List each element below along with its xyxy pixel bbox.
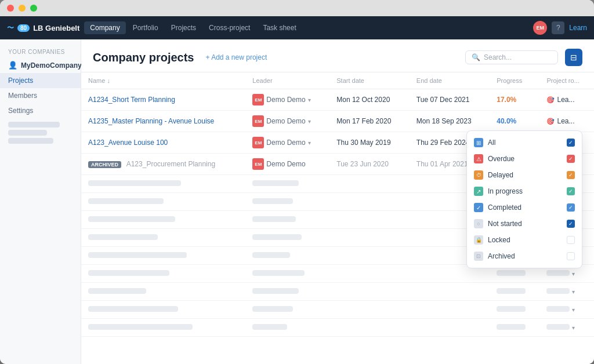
filter-icon-delayed: ⏱: [474, 170, 483, 180]
help-button[interactable]: ?: [552, 21, 564, 34]
placeholder: [252, 216, 296, 222]
filter-item-all[interactable]: ⊞ All ✓: [467, 134, 582, 151]
table-row: A1235_Master Planning - Avenue Louise EM…: [81, 111, 594, 132]
table-row: A1234_Short Term Planning EM Demo Demo ▾…: [81, 89, 594, 111]
company-icon: 👤: [8, 61, 17, 70]
leader-avatar: EM: [252, 115, 264, 127]
filter-icon-inprogress: ↗: [474, 187, 483, 196]
role-icon: 🎯: [546, 118, 555, 125]
project-name-link[interactable]: A123_Procurement Planning: [126, 160, 215, 168]
col-name: Name ↓: [81, 72, 245, 89]
chevron-down-icon[interactable]: ▾: [308, 118, 311, 125]
project-name-cell[interactable]: ARCHIVED A123_Procurement Planning: [81, 154, 245, 175]
filter-checkbox-all[interactable]: ✓: [567, 139, 575, 147]
maximize-button[interactable]: [30, 5, 37, 12]
sidebar-placeholder-3: [8, 138, 53, 144]
chevron-down-icon[interactable]: ▾: [572, 325, 575, 331]
nav-tab-task-sheet[interactable]: Task sheet: [257, 21, 302, 34]
nav-tab-company[interactable]: Company: [84, 21, 125, 34]
project-name-link[interactable]: A1234_Short Term Planning: [88, 96, 175, 104]
chevron-down-icon[interactable]: ▾: [572, 289, 575, 295]
chevron-down-icon[interactable]: ▾: [308, 97, 311, 103]
placeholder: [252, 306, 293, 312]
start-date-cell: Tue 23 Jun 2020: [329, 154, 410, 175]
leader-name: Demo Demo: [266, 160, 305, 168]
filter-checkbox-delayed[interactable]: ✓: [567, 171, 575, 179]
filter-label-notstarted: Not started: [488, 220, 562, 228]
filter-label-all: All: [488, 139, 562, 147]
filter-icon-all: ⊞: [474, 138, 483, 147]
filter-item-inprogress[interactable]: ↗ In progress ✓: [467, 183, 582, 199]
role-label: Lea...: [557, 117, 574, 125]
placeholder: [546, 324, 570, 330]
filter-item-delayed[interactable]: ⏱ Delayed ✓: [467, 167, 582, 183]
nav-tab-cross-project[interactable]: Cross-project: [203, 21, 256, 34]
navbar: 〜 80 LB Geniebelt Company Portfolio Proj…: [0, 16, 594, 39]
brand-icon: 〜: [7, 23, 14, 33]
filter-label-completed: Completed: [488, 203, 562, 212]
company-name: MyDemoCompany: [21, 61, 82, 70]
table-row-placeholder: ▾: [81, 319, 594, 337]
project-name-cell[interactable]: A1235_Master Planning - Avenue Louise: [81, 111, 245, 132]
filter-item-overdue[interactable]: ⚠ Overdue ✓: [467, 151, 582, 167]
main-area: Your companies 👤 MyDemoCompany Projects …: [0, 39, 594, 364]
filter-checkbox-inprogress[interactable]: ✓: [567, 187, 575, 195]
placeholder: [88, 180, 181, 186]
page-title: Company projects: [93, 51, 194, 64]
col-role: Project ro...: [539, 72, 594, 89]
role-cell: 🎯 Lea...: [539, 111, 594, 132]
end-date-cell: Mon 18 Sep 2023: [410, 111, 490, 132]
role-icon: 🎯: [546, 96, 555, 104]
placeholder: [88, 234, 158, 240]
placeholder: [546, 270, 570, 276]
filter-item-notstarted[interactable]: ○ Not started ✓: [467, 216, 582, 232]
learn-link[interactable]: Learn: [569, 24, 587, 32]
sidebar-item-members[interactable]: Members: [0, 88, 81, 103]
add-project-button[interactable]: + Add a new project: [201, 51, 271, 64]
project-name-cell[interactable]: A123_Avenue Louise 100: [81, 132, 245, 154]
sidebar-item-settings[interactable]: Settings: [0, 103, 81, 118]
content-header: Company projects + Add a new project 🔍 S…: [81, 39, 594, 72]
nav-badge: 80: [17, 24, 30, 32]
filter-item-locked[interactable]: 🔒 Locked: [467, 232, 582, 248]
filter-checkbox-notstarted[interactable]: ✓: [567, 220, 575, 228]
table-header-row: Name ↓ Leader Start date End date Progre…: [81, 72, 594, 89]
chevron-down-icon[interactable]: ▾: [308, 140, 311, 146]
chevron-down-icon[interactable]: ▾: [572, 307, 575, 313]
user-avatar[interactable]: EM: [533, 21, 547, 35]
sidebar-item-projects[interactable]: Projects: [0, 73, 81, 88]
leader-cell: EM Demo Demo: [245, 154, 329, 175]
project-name-link[interactable]: A123_Avenue Louise 100: [88, 139, 168, 147]
leader-name: Demo Demo: [266, 96, 305, 104]
filter-item-completed[interactable]: ✓ Completed ✓: [467, 199, 582, 216]
leader-name: Demo Demo: [266, 117, 305, 125]
placeholder: [252, 288, 299, 294]
filter-label-locked: Locked: [488, 236, 562, 244]
chevron-down-icon[interactable]: ▾: [572, 271, 575, 277]
filter-item-archived[interactable]: ⊡ Archived: [467, 248, 582, 264]
search-box[interactable]: 🔍 Search...: [465, 50, 558, 64]
filter-button[interactable]: ⊟: [565, 49, 582, 66]
table-container: Name ↓ Leader Start date End date Progre…: [81, 72, 594, 364]
filter-icon-completed: ✓: [474, 203, 483, 212]
nav-tab-portfolio[interactable]: Portfolio: [127, 21, 164, 34]
progress-value: 17.0%: [497, 96, 516, 104]
placeholder: [497, 306, 526, 312]
col-leader: Leader: [245, 72, 329, 89]
placeholder: [252, 270, 305, 276]
leader-cell: EM Demo Demo ▾: [245, 89, 329, 111]
nav-tab-projects[interactable]: Projects: [165, 21, 202, 34]
project-name-link[interactable]: A1235_Master Planning - Avenue Louise: [88, 117, 214, 125]
project-name-cell[interactable]: A1234_Short Term Planning: [81, 89, 245, 111]
close-button[interactable]: [7, 5, 14, 12]
leader-avatar: EM: [252, 137, 264, 148]
filter-icon: ⊟: [570, 53, 577, 62]
filter-checkbox-locked[interactable]: [567, 236, 575, 244]
filter-checkbox-archived[interactable]: [567, 252, 575, 260]
minimize-button[interactable]: [19, 5, 26, 12]
filter-checkbox-completed[interactable]: ✓: [567, 203, 575, 212]
placeholder: [252, 252, 290, 258]
start-date-cell: Mon 12 Oct 2020: [329, 89, 410, 111]
sidebar-company[interactable]: 👤 MyDemoCompany: [0, 57, 81, 73]
filter-checkbox-overdue[interactable]: ✓: [567, 155, 575, 163]
